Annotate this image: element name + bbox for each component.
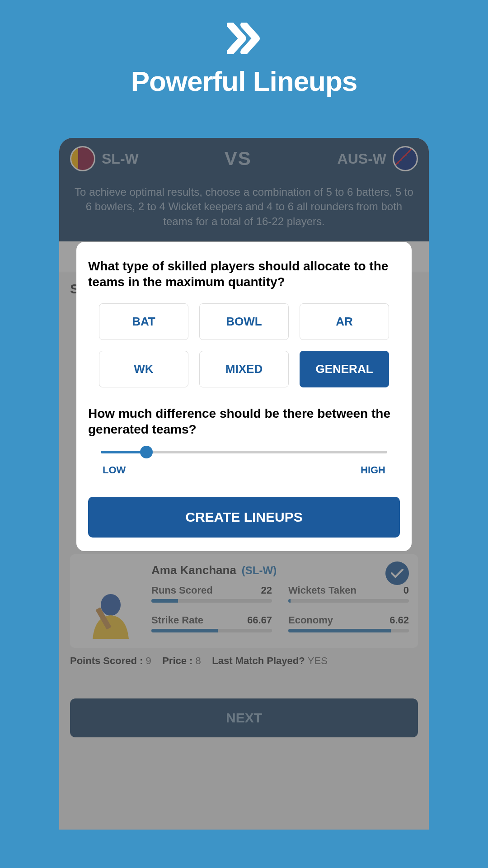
option-wk[interactable]: WK <box>99 351 188 387</box>
slider-high-label: HIGH <box>361 464 385 476</box>
skill-options: BAT BOWL AR WK MIXED GENERAL <box>88 303 400 387</box>
modal-question-2: How much difference should be there betw… <box>88 406 400 437</box>
option-bat[interactable]: BAT <box>99 303 188 340</box>
lineup-modal: What type of skilled players should allo… <box>76 242 412 551</box>
difference-slider[interactable] <box>101 451 387 453</box>
modal-question-1: What type of skilled players should allo… <box>88 258 400 290</box>
option-ar[interactable]: AR <box>300 303 389 340</box>
create-lineups-button[interactable]: CREATE LINEUPS <box>88 497 400 538</box>
modal-overlay: What type of skilled players should allo… <box>59 138 429 830</box>
slider-thumb[interactable] <box>140 446 153 458</box>
app-screenshot: SL-W VS AUS-W To achieve optimal results… <box>59 138 429 830</box>
option-bowl[interactable]: BOWL <box>199 303 289 340</box>
double-chevron-icon <box>227 23 261 56</box>
option-general[interactable]: GENERAL <box>300 351 389 387</box>
hero-title: Powerful Lineups <box>0 65 488 97</box>
slider-low-label: LOW <box>103 464 126 476</box>
option-mixed[interactable]: MIXED <box>199 351 289 387</box>
